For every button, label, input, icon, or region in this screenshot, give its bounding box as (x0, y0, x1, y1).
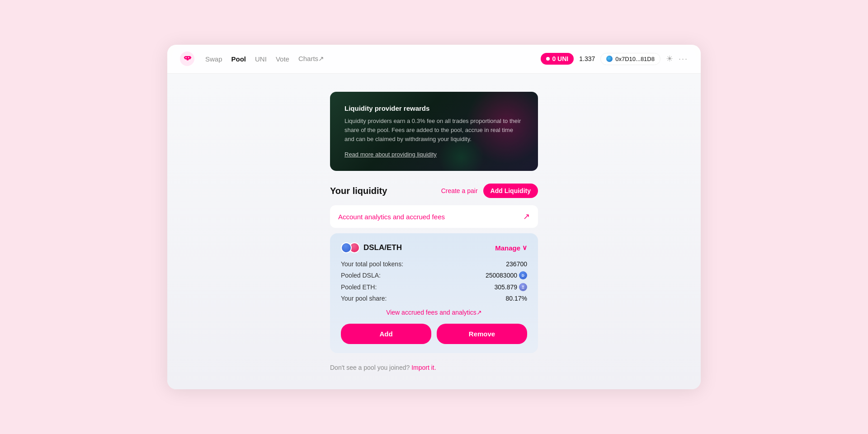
uni-badge-label: 0 UNI (552, 55, 568, 62)
stat-label-dsla: Pooled DSLA: (341, 272, 381, 279)
pool-stat-total-tokens: Your total pool tokens: 236700 (341, 260, 527, 268)
pool-remove-button[interactable]: Remove (437, 324, 527, 344)
stat-label-eth: Pooled ETH: (341, 283, 377, 291)
manage-label: Manage (495, 244, 520, 252)
analytics-link-text: Account analytics and accrued fees (338, 213, 445, 221)
wallet-globe-icon (606, 56, 613, 62)
view-fees-link[interactable]: View accrued fees and analytics↗ (386, 309, 482, 316)
dsla-token-icon (341, 242, 352, 253)
rewards-banner: Liquidity provider rewards Liquidity pro… (330, 92, 538, 171)
pool-stat-pooled-eth: Pooled ETH: 305.879 Ξ (341, 283, 527, 291)
app-window: Swap Pool UNI Vote Charts↗ 0 UNI 1.337 0… (167, 45, 701, 389)
banner-title: Liquidity provider rewards (344, 104, 524, 112)
nav-swap[interactable]: Swap (205, 53, 222, 65)
eth-value-icon: Ξ (519, 283, 527, 291)
stat-label-share: Your pool share: (341, 295, 387, 302)
svg-point-2 (188, 57, 189, 58)
pool-buttons: Add Remove (341, 324, 527, 344)
pool-stat-share: Your pool share: 80.17% (341, 295, 527, 302)
pool-card: DSLA/ETH Manage ∨ Your total pool tokens… (330, 233, 538, 353)
stat-value-share: 80.17% (506, 295, 527, 302)
pool-pair-name: DSLA/ETH (363, 243, 402, 252)
pool-pair: DSLA/ETH (341, 242, 402, 253)
svg-point-1 (185, 57, 186, 58)
nav-uni[interactable]: UNI (255, 53, 267, 65)
liquidity-header: Your liquidity Create a pair Add Liquidi… (330, 184, 538, 198)
manage-chevron-icon: ∨ (522, 244, 527, 252)
header-right: 0 UNI 1.337 0x7D10...81D8 ☀ ··· (541, 53, 688, 65)
more-options-button[interactable]: ··· (679, 54, 688, 64)
uniswap-logo (180, 52, 194, 66)
pool-add-button[interactable]: Add (341, 324, 431, 344)
stat-label-total: Your total pool tokens: (341, 260, 403, 268)
analytics-link-row[interactable]: Account analytics and accrued fees ↗ (330, 205, 538, 228)
create-pair-button[interactable]: Create a pair (441, 187, 478, 194)
uni-dot-icon (546, 57, 550, 61)
header: Swap Pool UNI Vote Charts↗ 0 UNI 1.337 0… (167, 45, 701, 74)
import-link[interactable]: Import it. (411, 364, 436, 371)
stat-value-eth: 305.879 Ξ (494, 283, 527, 291)
main-content: Liquidity provider rewards Liquidity pro… (167, 74, 701, 389)
pool-card-header: DSLA/ETH Manage ∨ (341, 242, 527, 253)
token-icons (341, 242, 360, 253)
nav-pool[interactable]: Pool (231, 53, 246, 65)
uni-badge[interactable]: 0 UNI (541, 53, 574, 65)
main-nav: Swap Pool UNI Vote Charts↗ (205, 53, 324, 65)
wallet-address-text: 0x7D10...81D8 (615, 56, 655, 62)
nav-vote[interactable]: Vote (276, 53, 289, 65)
liquidity-actions: Create a pair Add Liquidity (441, 184, 538, 198)
stat-value-total: 236700 (506, 260, 527, 268)
header-left: Swap Pool UNI Vote Charts↗ (180, 52, 324, 66)
theme-toggle-button[interactable]: ☀ (666, 54, 673, 64)
footer-note: Don't see a pool you joined? Import it. (330, 364, 538, 371)
analytics-arrow-icon: ↗ (523, 212, 530, 222)
wallet-address[interactable]: 0x7D10...81D8 (600, 53, 660, 65)
eth-balance: 1.337 (579, 55, 595, 62)
banner-body: Liquidity providers earn a 0.3% fee on a… (344, 117, 524, 144)
nav-charts[interactable]: Charts↗ (298, 55, 324, 63)
pool-stats: Your total pool tokens: 236700 Pooled DS… (341, 260, 527, 302)
banner-link[interactable]: Read more about providing liquidity (344, 151, 437, 158)
manage-button[interactable]: Manage ∨ (495, 244, 527, 252)
view-fees-row: View accrued fees and analytics↗ (341, 308, 527, 316)
stat-value-dsla: 250083000 D (486, 271, 527, 279)
add-liquidity-button[interactable]: Add Liquidity (483, 184, 538, 198)
liquidity-title: Your liquidity (330, 186, 387, 196)
liquidity-section: Your liquidity Create a pair Add Liquidi… (330, 184, 538, 371)
footer-text: Don't see a pool you joined? (330, 364, 410, 371)
dsla-value-icon: D (519, 271, 527, 279)
pool-stat-pooled-dsla: Pooled DSLA: 250083000 D (341, 271, 527, 279)
